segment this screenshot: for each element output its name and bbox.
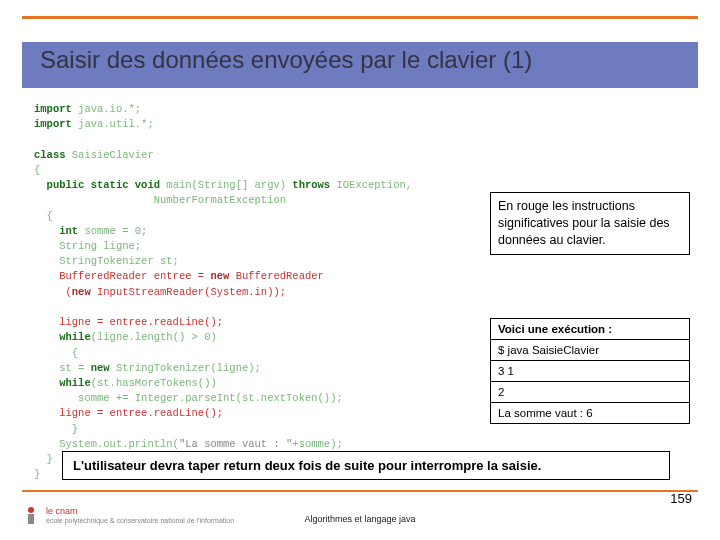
exec-row: 2 — [491, 382, 689, 403]
logo-sub-text: école polytechnique & conservatoire nati… — [46, 517, 234, 525]
svg-rect-1 — [28, 514, 34, 524]
exec-header: Voici une exécution : — [491, 319, 689, 340]
svg-point-0 — [28, 507, 34, 513]
slide-title: Saisir des données envoyées par le clavi… — [40, 46, 532, 74]
footer-caption: Algorithmes et langage java — [304, 514, 415, 524]
exec-row: La somme vaut : 6 — [491, 403, 689, 423]
code-listing: import java.io.*; import java.util.*; cl… — [34, 102, 412, 482]
execution-box: Voici une exécution : $ java SaisieClavi… — [490, 318, 690, 424]
logo-main-text: le cnam — [46, 507, 234, 517]
annotation-box: En rouge les instructions significatives… — [490, 192, 690, 255]
bottom-rule — [22, 490, 698, 492]
exec-row: 3 1 — [491, 361, 689, 382]
logo-icon — [22, 504, 40, 528]
top-rule — [22, 16, 698, 19]
page-number: 159 — [670, 491, 692, 506]
user-instruction-box: L'utilisateur devra taper return deux fo… — [62, 451, 670, 480]
logo: le cnam école polytechnique & conservato… — [22, 504, 234, 528]
exec-row: $ java SaisieClavier — [491, 340, 689, 361]
